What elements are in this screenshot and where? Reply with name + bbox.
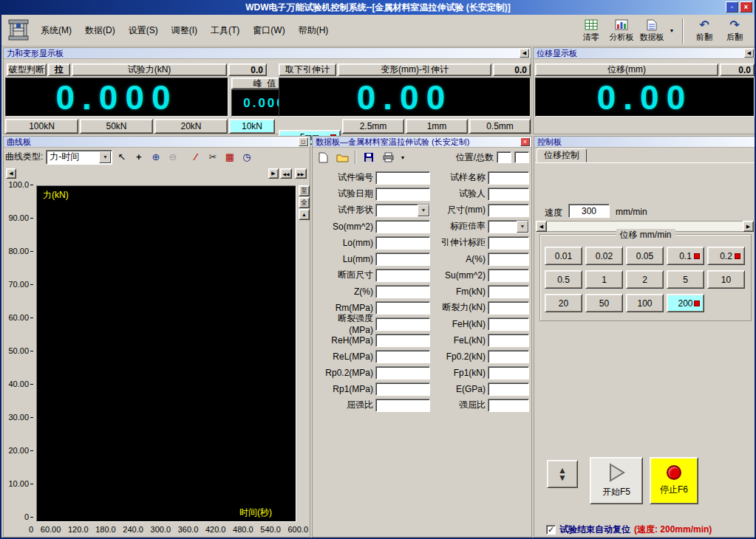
field-input[interactable] <box>488 171 529 185</box>
start-button[interactable]: 开始F5 <box>590 457 643 504</box>
jog-updown-button[interactable]: ▲ ▼ <box>547 460 578 488</box>
page-first-icon[interactable]: ◀◀ <box>280 168 292 179</box>
menu-tools[interactable]: 工具(T) <box>204 22 246 39</box>
speed-0-2-button[interactable]: 0.2 <box>707 247 745 265</box>
float-panel-icon[interactable]: ◻ <box>299 137 308 146</box>
speed-0-5-button[interactable]: 0.5 <box>545 270 582 289</box>
field-input[interactable] <box>375 399 430 412</box>
range-button-100kn[interactable]: 100kN <box>5 119 78 134</box>
clear-zero-button[interactable]: 清零 <box>577 16 605 45</box>
data-board-button[interactable]: 数据板 <box>638 16 666 45</box>
panel-close-icon[interactable]: × <box>520 137 530 146</box>
deform-range-1mm[interactable]: 1mm <box>406 119 468 134</box>
break-judgment-button[interactable]: 破型判断 <box>7 63 47 76</box>
menu-settings[interactable]: 设置(S) <box>122 22 165 39</box>
speed-2-button[interactable]: 2 <box>626 270 664 289</box>
stop-button[interactable]: 停止F6 <box>650 457 698 504</box>
speed-5-button[interactable]: 5 <box>667 270 704 289</box>
field-input[interactable] <box>488 399 529 412</box>
field-input[interactable] <box>375 253 430 266</box>
speed-input[interactable]: 300 <box>568 204 610 218</box>
speed-0-01-button[interactable]: 0.01 <box>545 247 582 265</box>
field-input[interactable] <box>488 204 529 217</box>
position-field[interactable] <box>497 151 511 163</box>
speed-0-02-button[interactable]: 0.02 <box>585 247 623 265</box>
speed-50-button[interactable]: 50 <box>585 294 623 312</box>
field-input[interactable] <box>375 269 430 282</box>
page-prev-button[interactable]: ↶ 前翻 <box>690 16 718 45</box>
collapse-left-icon[interactable]: ◀ <box>520 49 529 58</box>
menu-window[interactable]: 窗口(W) <box>246 22 291 39</box>
curve-type-select[interactable]: 力-时间 ▼ <box>46 150 112 165</box>
tab-displacement-control[interactable]: 位移控制 <box>537 148 587 162</box>
menu-adjust[interactable]: 调整(I) <box>165 22 204 39</box>
zoom-in-icon[interactable]: ⊕ <box>148 150 163 165</box>
chevron-down-icon[interactable]: ▼ <box>418 205 429 216</box>
data-board-dropdown-icon[interactable]: ▼ <box>668 16 675 45</box>
save-button[interactable] <box>361 149 377 165</box>
speed-100-button[interactable]: 100 <box>626 294 664 312</box>
field-input[interactable] <box>488 236 529 250</box>
field-input[interactable] <box>488 269 529 282</box>
cursor-tool-icon[interactable]: ↖ <box>114 150 129 165</box>
menu-system[interactable]: 系统(M) <box>34 22 78 39</box>
field-input[interactable] <box>488 188 529 201</box>
field-input[interactable] <box>375 366 430 380</box>
auto-reset-checkbox[interactable]: ✓ <box>546 525 556 535</box>
minimize-icon[interactable]: ▫ <box>726 1 738 13</box>
speed-10-button[interactable]: 10 <box>707 270 745 289</box>
speed-20-button[interactable]: 20 <box>545 294 582 312</box>
field-input[interactable] <box>488 382 529 396</box>
deform-range-0-5mm[interactable]: 0.5mm <box>469 119 531 134</box>
field-input[interactable] <box>488 317 529 331</box>
range-button-20kn[interactable]: 20kN <box>154 119 228 134</box>
clock-tool-icon[interactable]: ◷ <box>239 150 254 165</box>
crosshair-tool-icon[interactable]: + <box>131 150 146 165</box>
field-input[interactable] <box>488 285 529 298</box>
pull-button[interactable]: 拉 <box>48 63 70 76</box>
print-button[interactable] <box>380 149 396 165</box>
speed-1-button[interactable]: 1 <box>585 270 623 289</box>
field-input[interactable] <box>375 350 430 363</box>
plot-area[interactable]: 力(kN) 时间(秒) <box>36 185 296 522</box>
field-combo[interactable]: ▼ <box>375 204 430 217</box>
new-document-button[interactable] <box>315 149 331 165</box>
menu-help[interactable]: 帮助(H) <box>292 22 336 39</box>
chevron-down-icon[interactable]: ▼ <box>517 221 528 233</box>
speed-0-1-button[interactable]: 0.1 <box>667 247 704 265</box>
field-combo[interactable]: ▼ <box>488 220 529 233</box>
fit-all-icon[interactable]: 全 <box>299 197 310 208</box>
field-input[interactable] <box>375 285 430 298</box>
field-input[interactable] <box>375 334 430 347</box>
field-input[interactable] <box>488 350 529 363</box>
field-input[interactable] <box>375 301 430 315</box>
scissors-tool-icon[interactable]: ✂ <box>205 150 220 165</box>
speed-0-05-button[interactable]: 0.05 <box>626 247 664 265</box>
field-input[interactable] <box>375 236 430 250</box>
grid-tool-icon[interactable]: ▦ <box>222 150 237 165</box>
field-input[interactable] <box>488 366 529 380</box>
field-input[interactable] <box>375 188 430 201</box>
analysis-board-button[interactable]: 分析板 <box>607 16 636 45</box>
chevron-down-icon[interactable]: ▼ <box>99 151 111 163</box>
range-button-10kn[interactable]: 10kN <box>229 119 275 134</box>
total-field[interactable] <box>514 151 529 163</box>
print-dropdown-icon[interactable]: ▼ <box>399 149 406 165</box>
field-input[interactable] <box>375 171 430 185</box>
field-input[interactable] <box>488 334 529 347</box>
scrollbar-left-icon[interactable]: ◀ <box>536 221 547 232</box>
open-file-button[interactable] <box>334 149 350 165</box>
zoom-out-icon[interactable]: ⊖ <box>165 150 180 165</box>
scroll-right-icon[interactable]: ▶ <box>268 168 279 179</box>
scroll-up-icon[interactable]: ▲ <box>299 209 310 220</box>
pen-tool-icon[interactable]: ∕ <box>188 150 203 165</box>
page-next-button[interactable]: ↷ 后翻 <box>721 16 749 45</box>
menu-data[interactable]: 数据(D) <box>78 22 122 39</box>
page-last-icon[interactable]: ▶▶ <box>295 168 307 179</box>
scroll-left-icon[interactable]: ◀ <box>6 168 16 179</box>
collapse-left-icon[interactable]: ◀ <box>744 49 754 58</box>
field-input[interactable] <box>488 301 529 315</box>
field-input[interactable] <box>375 382 430 396</box>
detach-extensometer-button[interactable]: 取下引伸计 <box>279 63 336 76</box>
speed-200-button[interactable]: 200 <box>667 294 704 312</box>
